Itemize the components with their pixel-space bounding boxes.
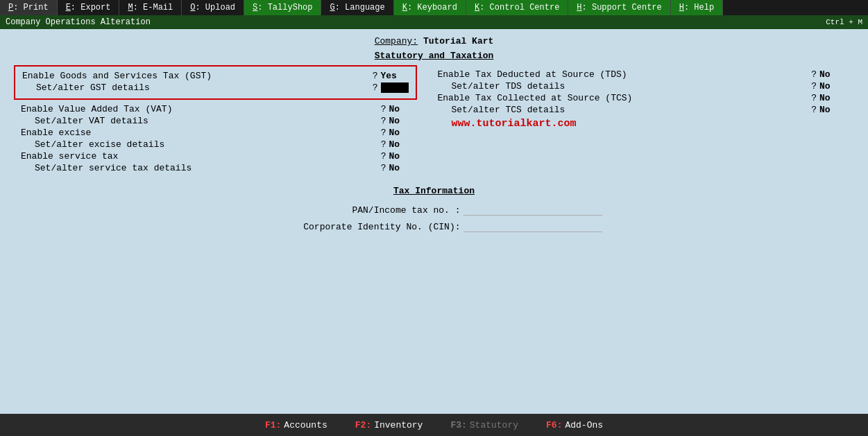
watermark: www.tutorialkart.com <box>452 118 848 130</box>
fn-addons[interactable]: F6: Add-Ons <box>546 420 603 430</box>
title-bar: Company Operations Alteration Ctrl + M <box>0 15 868 29</box>
menu-tallyshop[interactable]: S: TallyShop <box>244 0 321 15</box>
alter-gst-value: Yes <box>381 82 409 93</box>
gst-value: Yes <box>381 71 409 81</box>
alter-gst-label: Set/alter GST details <box>36 82 373 93</box>
tax-info-fields: PAN/Income tax no. : Corporate Identity … <box>14 204 854 232</box>
title-text: Company Operations Alteration <box>6 17 151 27</box>
shortcut-text: Ctrl + M <box>826 18 862 26</box>
alter-service-tax-row: Set/alter service tax details ? No <box>35 163 417 173</box>
fn-statutory: F3: Statutory <box>450 420 518 430</box>
menu-export[interactable]: E: Export <box>58 0 120 15</box>
right-column: Enable Tax Deducted at Source (TDS) ? No… <box>431 65 855 179</box>
excise-row: Enable excise ? No <box>21 128 417 138</box>
service-tax-row: Enable service tax ? No <box>21 151 417 162</box>
tds-label: Enable Tax Deducted at Source (TDS) <box>438 69 812 80</box>
pan-row: PAN/Income tax no. : <box>14 204 854 216</box>
vat-row: Enable Value Added Tax (VAT) ? No <box>21 104 417 114</box>
below-border-section: Enable Value Added Tax (VAT) ? No Set/al… <box>14 100 424 179</box>
menu-keyboard[interactable]: K: Keyboard <box>394 0 466 15</box>
bottom-bar: F1: Accounts F2: Inventory F3: Statutory… <box>0 414 868 436</box>
menu-upload[interactable]: O: Upload <box>182 0 244 15</box>
gst-row: Enable Goods and Services Tax (GST) ? Ye… <box>22 71 409 81</box>
tax-information-title: Tax Information <box>14 186 854 196</box>
alter-tds-value: No <box>819 81 847 91</box>
tcs-row: Enable Tax Collected at Source (TCS) ? N… <box>438 93 848 103</box>
tds-row: Enable Tax Deducted at Source (TDS) ? No <box>438 69 848 80</box>
company-label: Company: <box>375 36 418 46</box>
gst-section: Enable Goods and Services Tax (GST) ? Ye… <box>14 65 417 100</box>
tcs-label: Enable Tax Collected at Source (TCS) <box>438 93 812 103</box>
cin-value[interactable] <box>463 221 602 232</box>
service-tax-label: Enable service tax <box>21 151 381 162</box>
menu-email[interactable]: M: E-Mail <box>119 0 182 15</box>
menu-control-centre[interactable]: K: Control Centre <box>466 0 568 15</box>
form-columns: Enable Goods and Services Tax (GST) ? Ye… <box>14 65 854 179</box>
alter-vat-value: No <box>389 116 417 126</box>
top-menubar: P: Print E: Export M: E-Mail O: Upload S… <box>0 0 868 15</box>
fn-accounts[interactable]: F1: Accounts <box>265 420 327 430</box>
alter-vat-row: Set/alter VAT details ? No <box>35 116 417 126</box>
alter-service-tax-label: Set/alter service tax details <box>35 163 381 173</box>
menu-print[interactable]: P: Print <box>0 0 58 15</box>
alter-vat-label: Set/alter VAT details <box>35 116 381 126</box>
statutory-taxation-title: Statutory and Taxation <box>14 51 854 61</box>
alter-excise-row: Set/alter excise details ? No <box>35 139 417 150</box>
company-line: Company: Tutorial Kart <box>14 36 854 46</box>
tds-value: No <box>819 69 847 80</box>
alter-service-tax-value: No <box>389 163 417 173</box>
menu-language[interactable]: G: Language <box>321 0 393 15</box>
main-content: Company: Tutorial Kart Statutory and Tax… <box>0 29 868 414</box>
pan-value[interactable] <box>463 204 602 216</box>
alter-excise-label: Set/alter excise details <box>35 139 381 150</box>
gst-label: Enable Goods and Services Tax (GST) <box>22 71 373 81</box>
alter-tcs-row: Set/alter TCS details ? No <box>452 105 848 115</box>
menu-support-centre[interactable]: H: Support Centre <box>568 0 670 15</box>
tcs-value: No <box>819 93 847 103</box>
company-name: Tutorial Kart <box>423 36 493 46</box>
menu-help[interactable]: H: Help <box>671 0 723 15</box>
tax-information-section: Tax Information PAN/Income tax no. : Cor… <box>14 186 854 232</box>
alter-tcs-value: No <box>819 105 847 115</box>
alter-tcs-label: Set/alter TCS details <box>452 105 812 115</box>
alter-gst-row: Set/alter GST details ? Yes <box>36 82 409 93</box>
service-tax-value: No <box>389 151 417 162</box>
alter-excise-value: No <box>389 139 417 150</box>
excise-value: No <box>389 128 417 138</box>
cin-row: Corporate Identity No. (CIN): <box>14 221 854 232</box>
alter-tds-label: Set/alter TDS details <box>452 81 812 91</box>
fn-inventory[interactable]: F2: Inventory <box>355 420 423 430</box>
pan-label: PAN/Income tax no. : <box>266 205 461 216</box>
excise-label: Enable excise <box>21 128 381 138</box>
cin-label: Corporate Identity No. (CIN): <box>266 222 461 232</box>
vat-label: Enable Value Added Tax (VAT) <box>21 104 381 114</box>
alter-tds-row: Set/alter TDS details ? No <box>452 81 848 91</box>
vat-value: No <box>389 104 417 114</box>
